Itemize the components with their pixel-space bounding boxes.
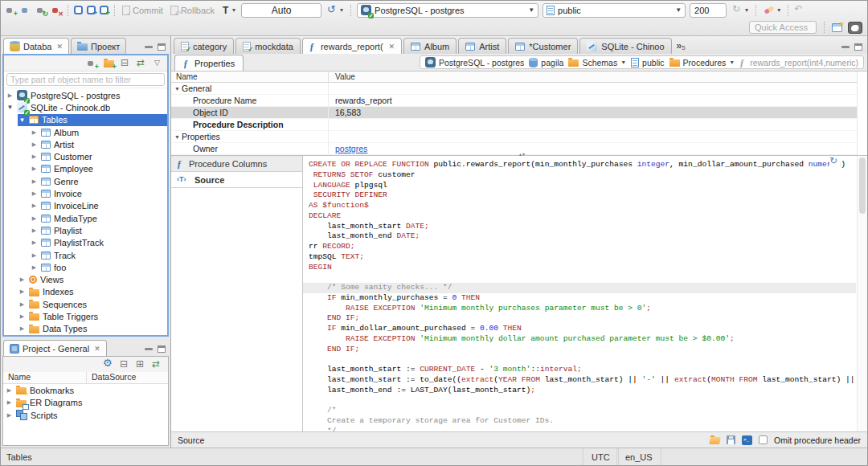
load-from-file-icon[interactable] bbox=[709, 437, 721, 444]
tree-item-track[interactable]: ▶Track bbox=[4, 249, 167, 261]
open-sql-editor-icon[interactable] bbox=[87, 6, 96, 14]
expand-arrow-icon[interactable]: ▶ bbox=[31, 252, 38, 259]
open-in-sql-console-icon[interactable] bbox=[742, 435, 752, 445]
tree-item-sequences[interactable]: ▶Sequences bbox=[4, 298, 167, 310]
refresh-button[interactable]: ▾ bbox=[731, 4, 750, 16]
expand-arrow-icon[interactable]: ▶ bbox=[31, 264, 38, 271]
grid-row-properties[interactable]: ▼Properties bbox=[171, 131, 867, 143]
expand-arrow-icon[interactable]: ▶ bbox=[18, 288, 26, 295]
tree-item-foo[interactable]: ▶foo bbox=[4, 261, 167, 273]
grid-scroll-strip[interactable] bbox=[857, 72, 867, 155]
tree-item-tables[interactable]: ▼Tables bbox=[4, 114, 167, 126]
erase-button[interactable]: ▾ bbox=[762, 4, 782, 16]
expand-arrow-icon[interactable]: ▶ bbox=[18, 313, 26, 320]
omit-procedure-header-checkbox[interactable] bbox=[759, 435, 768, 444]
close-icon[interactable]: ✕ bbox=[389, 43, 395, 51]
grid-row-procedure-name[interactable]: Procedure Namerewards_report bbox=[171, 95, 867, 107]
refresh-source-icon[interactable] bbox=[829, 157, 840, 167]
expand-arrow-icon[interactable]: ▶ bbox=[18, 276, 26, 283]
dropdown-caret-icon[interactable]: ▼ bbox=[675, 6, 682, 14]
commit-button[interactable]: Commit bbox=[121, 5, 165, 16]
expand-arrow-icon[interactable]: ▶ bbox=[6, 92, 14, 99]
object-filter-input[interactable] bbox=[6, 73, 165, 86]
sql-editor-icon[interactable] bbox=[74, 6, 83, 14]
editor-tab-category[interactable]: category bbox=[174, 38, 234, 54]
tab-projects[interactable]: Проект bbox=[71, 38, 126, 54]
sash-handle-icon[interactable]: ▴▾ bbox=[519, 151, 526, 157]
section-tab-procedure-columns[interactable]: Procedure Columns bbox=[171, 156, 302, 172]
breadcrumb-item-rewards-report-int4-numeric[interactable]: rewards_report(int4,numeric) bbox=[739, 58, 858, 67]
tree-item-data-types[interactable]: ▶Data Types bbox=[4, 323, 167, 335]
maximize-icon[interactable] bbox=[854, 43, 862, 51]
expand-arrow-icon[interactable]: ▶ bbox=[6, 387, 13, 394]
collapse-arrow-icon[interactable]: ▼ bbox=[174, 134, 182, 140]
transaction-log-button[interactable]: ▾ bbox=[220, 4, 237, 16]
collapse-arrow-icon[interactable]: ▼ bbox=[174, 86, 182, 92]
new-connection-icon[interactable] bbox=[86, 58, 97, 68]
link-with-editor-icon[interactable] bbox=[152, 360, 163, 370]
tree-item-customer[interactable]: ▶Customer bbox=[4, 150, 167, 162]
owner-link[interactable]: postgres bbox=[335, 144, 367, 153]
project-item-scripts[interactable]: ▶Scripts bbox=[3, 409, 168, 422]
new-connection-folder-icon[interactable] bbox=[104, 60, 114, 67]
breadcrumb-item-pagila[interactable]: pagila bbox=[529, 58, 563, 67]
dropdown-caret-icon[interactable]: ▼ bbox=[620, 59, 626, 65]
expand-arrow-icon[interactable]: ▶ bbox=[31, 166, 38, 172]
tree-item-playlist[interactable]: ▶Playlist bbox=[4, 224, 167, 236]
minimize-icon[interactable] bbox=[145, 46, 153, 48]
tree-item-playlisttrack[interactable]: ▶PlaylistTrack bbox=[4, 237, 167, 249]
tree-item-indexes[interactable]: ▶Indexes bbox=[4, 286, 167, 298]
tree-item-postgresql-postgres[interactable]: ▶PostgreSQL - postgres bbox=[4, 89, 167, 101]
view-menu-icon[interactable] bbox=[154, 59, 162, 67]
expand-arrow-icon[interactable]: ▶ bbox=[31, 129, 38, 136]
minimize-icon[interactable] bbox=[145, 348, 153, 350]
dropdown-caret-icon[interactable]: ▼ bbox=[528, 6, 534, 14]
rollback-button[interactable]: Rollback bbox=[169, 5, 216, 16]
tabs-overflow-button[interactable]: »5 bbox=[674, 40, 689, 54]
disconnect-icon[interactable] bbox=[51, 5, 62, 15]
breadcrumb-item-postgresql-postgres[interactable]: PostgreSQL - postgres bbox=[425, 57, 524, 67]
tree-item-invoiceline[interactable]: ▶InvoiceLine bbox=[4, 200, 167, 212]
grid-row-procedure-description[interactable]: Procedure Description bbox=[171, 119, 867, 131]
dropdown-caret-icon[interactable]: ▾ bbox=[340, 6, 343, 14]
grid-header-name[interactable]: Name bbox=[171, 72, 329, 82]
connect-icon[interactable] bbox=[5, 5, 16, 15]
expand-arrow-icon[interactable]: ▶ bbox=[6, 399, 13, 406]
dropdown-caret-icon[interactable]: ▾ bbox=[232, 6, 235, 14]
new-sql-editor-icon[interactable] bbox=[100, 6, 108, 14]
expand-arrow-icon[interactable]: ▶ bbox=[31, 153, 38, 160]
close-icon[interactable]: ✕ bbox=[94, 345, 100, 353]
dbeaver-perspective-icon[interactable] bbox=[848, 22, 862, 34]
locale-indicator[interactable]: en_US bbox=[616, 448, 661, 465]
expand-arrow-icon[interactable]: ▶ bbox=[31, 178, 38, 185]
gear-icon[interactable] bbox=[103, 359, 113, 370]
active-connection-combo[interactable]: PostgreSQL - postgres ▼ bbox=[357, 3, 538, 18]
minimize-icon[interactable] bbox=[841, 46, 850, 48]
dropdown-caret-icon[interactable]: ▾ bbox=[777, 6, 780, 14]
grid-row-general[interactable]: ▼General bbox=[171, 83, 867, 95]
tree-item-artist[interactable]: ▶Artist bbox=[4, 138, 167, 150]
tree-item-table-triggers[interactable]: ▶Table Triggers bbox=[4, 310, 167, 322]
transaction-mode-combo[interactable]: Auto bbox=[241, 3, 321, 18]
fetch-size-input[interactable] bbox=[690, 3, 727, 18]
code-scrollbar[interactable] bbox=[857, 156, 867, 431]
maximize-icon[interactable] bbox=[158, 345, 166, 353]
section-tab-source[interactable]: Source bbox=[171, 172, 302, 188]
breadcrumb-item-procedures[interactable]: Procedures▼ bbox=[669, 58, 735, 67]
tree-item-views[interactable]: ▶Views bbox=[4, 273, 167, 285]
expand-arrow-icon[interactable]: ▶ bbox=[6, 412, 13, 419]
expand-arrow-icon[interactable]: ▶ bbox=[31, 239, 38, 246]
collapse-all-icon[interactable] bbox=[121, 59, 130, 68]
collapse-arrow-icon[interactable]: ▼ bbox=[18, 117, 26, 124]
expand-arrow-icon[interactable]: ▶ bbox=[31, 227, 38, 234]
expand-arrow-icon[interactable]: ▶ bbox=[31, 202, 38, 209]
editor-tab-album[interactable]: Album bbox=[403, 38, 457, 54]
save-to-file-icon[interactable] bbox=[727, 435, 735, 444]
project-item-bookmarks[interactable]: ▶Bookmarks bbox=[3, 384, 168, 397]
column-header-datasource[interactable]: DataSource bbox=[87, 372, 168, 383]
tree-item-employee[interactable]: ▶Employee bbox=[4, 163, 167, 175]
maximize-icon[interactable] bbox=[158, 43, 166, 51]
timezone-indicator[interactable]: UTC bbox=[583, 448, 619, 465]
grid-row-object-id[interactable]: Object ID16,583 bbox=[171, 107, 867, 119]
column-header-name[interactable]: Name bbox=[3, 372, 87, 383]
